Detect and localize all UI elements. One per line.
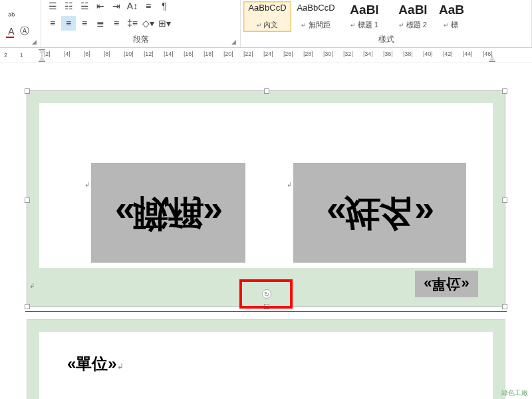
- watermark-text: 綠色工廠: [501, 388, 528, 398]
- ruler-mark: |6|: [84, 51, 90, 57]
- font-group: ᵃᵇ AⒶ ◢: [0, 0, 41, 47]
- sel-handle-tl[interactable]: [25, 88, 30, 94]
- justify-icon[interactable]: ≣: [93, 16, 108, 31]
- strikethrough-icon[interactable]: ᵃᵇ: [4, 9, 19, 23]
- ruler-mark: |14|: [164, 51, 174, 57]
- paragraph-mark-icon: ↲: [287, 181, 292, 188]
- paragraph-mark-icon: ↲: [29, 282, 35, 289]
- merge-field-name[interactable]: «姓名»: [293, 163, 466, 263]
- sel-handle-br[interactable]: [502, 304, 507, 309]
- paragraph-dialog-launcher[interactable]: ◢: [229, 37, 238, 46]
- ruler-mark: |26|: [283, 51, 293, 57]
- style-heading1[interactable]: AaBl 標題 1: [340, 1, 388, 32]
- ruler-mark: |2|: [44, 51, 51, 57]
- increase-indent-icon[interactable]: ⇥: [109, 0, 124, 13]
- style-name: 標題 1: [342, 20, 387, 30]
- align-center-icon[interactable]: ≡: [61, 16, 76, 31]
- merge-field-title[interactable]: «職稱»: [91, 163, 245, 263]
- shading-icon[interactable]: ◇▾: [141, 16, 156, 31]
- styles-label: 樣式: [241, 32, 531, 47]
- ruler-mark: |4|: [64, 51, 70, 57]
- style-preview: AaBbCcD: [245, 3, 290, 13]
- style-name: 標: [439, 20, 463, 30]
- text-box-1[interactable]: «職稱» ↲ «姓名» ↲ «單位»: [27, 90, 505, 307]
- numbering-icon[interactable]: ☷: [61, 0, 76, 13]
- horizontal-ruler[interactable]: 2 1 |2||4||6||8||10||12||14||16||18||20|…: [0, 48, 532, 63]
- ruler-mark: |46|: [483, 51, 493, 57]
- paragraph-group: ☰ ☷ ☱ ⇤ ⇥ A↕ ≡ ¶ ≡ ≡ ≡ ≣ ≡ ‡≡ ◇▾ ⊞▾ 段落 ◢: [41, 0, 241, 47]
- sel-handle-tr[interactable]: [502, 88, 507, 94]
- ruler-mark: |22|: [243, 51, 253, 57]
- styles-group: AaBbCcD 內文 AaBbCcD 無間距 AaBl 標題 1 AaBl 標題…: [241, 0, 532, 47]
- sel-handle-ml[interactable]: [25, 198, 30, 203]
- ruler-mark: |10|: [124, 51, 134, 57]
- ruler-mark: |12|: [144, 51, 154, 57]
- sel-handle-tm[interactable]: [264, 88, 269, 94]
- style-preview: AaBl: [390, 3, 436, 17]
- style-name: 標題 2: [390, 20, 436, 30]
- distribute-icon[interactable]: ≡: [109, 16, 124, 31]
- show-marks-icon[interactable]: ¶: [157, 0, 172, 13]
- merge-field-unit-small[interactable]: «單位»: [415, 271, 478, 297]
- sel-handle-mr[interactable]: [502, 198, 507, 203]
- merge-field-unit-small-text: «單位»: [424, 274, 469, 294]
- ruler-mark: |16|: [184, 51, 194, 57]
- style-name: 內文: [245, 20, 290, 30]
- sel-handle-bl[interactable]: [25, 304, 30, 309]
- ruler-mark: |28|: [303, 51, 313, 57]
- divider-line: [25, 311, 507, 312]
- style-heading3[interactable]: AaB 標: [438, 1, 464, 32]
- style-preview: AaBl: [342, 3, 387, 17]
- style-name: 無間距: [293, 20, 338, 30]
- text-direction-icon[interactable]: A↕: [125, 0, 140, 13]
- document-canvas: «職稱» ↲ «姓名» ↲ «單位» ↻ ↲ «單位»↲ 綠色工廠: [0, 63, 532, 399]
- decrease-indent-icon[interactable]: ⇤: [93, 0, 108, 13]
- align-left-icon[interactable]: ≡: [45, 16, 60, 31]
- ruler-mark: |20|: [223, 51, 233, 57]
- style-normal[interactable]: AaBbCcD 內文: [243, 1, 291, 32]
- ruler-mark: |8|: [104, 51, 110, 57]
- ruler-mark: |42|: [443, 51, 453, 57]
- font-color-icon[interactable]: A: [4, 24, 19, 39]
- ruler-mark: |36|: [383, 51, 393, 57]
- merge-field-unit[interactable]: «單位»↲: [67, 353, 124, 374]
- ruler-mark: |34|: [363, 51, 373, 57]
- line-spacing-icon[interactable]: ‡≡: [125, 16, 140, 31]
- paragraph-label: 段落: [41, 32, 240, 47]
- style-no-spacing[interactable]: AaBbCcD 無間距: [292, 1, 340, 32]
- ruler-mark: |30|: [323, 51, 333, 57]
- text-box-2[interactable]: «單位»↲: [27, 319, 505, 399]
- style-preview: AaBbCcD: [293, 3, 338, 13]
- bullets-icon[interactable]: ☰: [45, 0, 60, 13]
- style-preview: AaB: [439, 3, 463, 17]
- font-dialog-launcher[interactable]: ◢: [30, 37, 39, 46]
- ruler-mark: |32|: [343, 51, 353, 57]
- merge-field-title-text: «職稱»: [115, 189, 221, 237]
- style-heading2[interactable]: AaBl 標題 2: [389, 1, 437, 32]
- styles-gallery[interactable]: AaBbCcD 內文 AaBbCcD 無間距 AaBl 標題 1 AaBl 標題…: [241, 0, 531, 32]
- paragraph-mark-icon: ↲: [84, 181, 90, 188]
- ruler-mark: |24|: [263, 51, 273, 57]
- merge-field-unit-text: «單位»: [67, 354, 117, 372]
- multilevel-icon[interactable]: ☱: [77, 0, 92, 13]
- circled-a-icon[interactable]: Ⓐ: [19, 24, 31, 39]
- ruler-mark: 2: [4, 52, 7, 59]
- ribbon: ᵃᵇ AⒶ ◢ ☰ ☷ ☱ ⇤ ⇥ A↕ ≡ ¶ ≡ ≡ ≡ ≣ ≡: [0, 0, 532, 48]
- ruler-mark: |44|: [463, 51, 473, 57]
- ruler-mark: |18|: [203, 51, 213, 57]
- sort-icon[interactable]: ≡: [141, 0, 156, 13]
- ruler-mark: |40|: [423, 51, 433, 57]
- rotation-handle-icon[interactable]: ↻: [262, 289, 271, 299]
- align-right-icon[interactable]: ≡: [77, 16, 92, 31]
- merge-field-name-text: «姓名»: [327, 189, 433, 237]
- ruler-mark: |38|: [403, 51, 413, 57]
- ruler-mark: 1: [20, 52, 23, 59]
- borders-icon[interactable]: ⊞▾: [157, 16, 172, 31]
